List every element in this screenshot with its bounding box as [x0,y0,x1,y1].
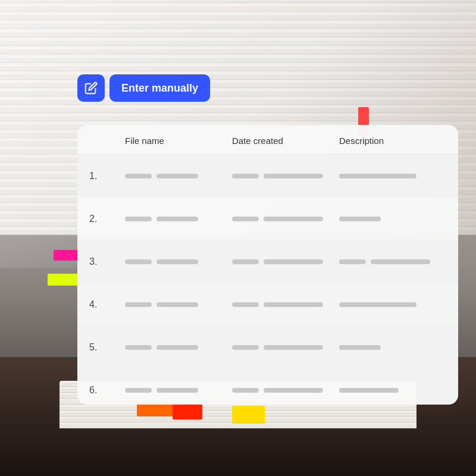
table-header: File name Date created Description [77,125,458,155]
row-number: 4. [89,299,125,310]
desc-cell [339,388,446,393]
placeholder-bar [156,302,198,307]
placeholder-bar [264,345,323,350]
table-row: 4. [77,283,458,326]
placeholder-bar [339,302,416,307]
toolbar: Enter manually [77,74,210,102]
table-row: 2. [77,198,458,240]
placeholder-bar [156,388,198,393]
placeholder-bar [125,388,152,393]
placeholder-bar [339,174,416,178]
desc-cell [339,259,446,264]
placeholder-bar [156,174,198,178]
tab-red-bottom [173,403,202,419]
edit-icon [84,82,98,95]
table-row: 6. [77,369,458,405]
row-number: 6. [89,385,125,396]
row-number: 2. [89,214,125,224]
placeholder-bar [232,174,259,178]
placeholder-bar [232,388,259,393]
date-cell [232,388,339,393]
date-cell [232,217,339,221]
col-description-header: Description [339,136,446,146]
table-panel: File name Date created Description 1. 2. [77,125,458,405]
row-number: 1. [89,171,125,181]
desc-cell [339,302,446,307]
placeholder-bar [125,174,152,178]
desc-cell [339,174,446,178]
table-row: 5. [77,326,458,369]
placeholder-bar [264,174,323,178]
filename-cell [125,388,232,393]
placeholder-bar [232,217,259,221]
placeholder-bar [264,302,323,307]
placeholder-bar [339,388,399,393]
placeholder-bar [156,217,198,221]
placeholder-bar [339,345,381,350]
date-cell [232,302,339,307]
tab-yellow [48,274,80,286]
placeholder-bar [232,302,259,307]
tab-yellow-bottom [232,406,265,424]
enter-manually-button[interactable]: Enter manually [109,74,210,102]
col-filename-header: File name [125,136,232,146]
filename-cell [125,259,232,264]
row-number: 5. [89,342,125,353]
date-cell [232,345,339,350]
placeholder-bar [125,345,152,350]
filename-cell [125,345,232,350]
placeholder-bar [232,345,259,350]
placeholder-bar [264,259,323,264]
placeholder-bar [264,388,323,393]
placeholder-bar [125,259,152,264]
placeholder-bar [125,217,152,221]
col-date-header: Date created [232,136,339,146]
date-cell [232,259,339,264]
placeholder-bar [339,259,366,264]
enter-manually-label: Enter manually [121,82,198,95]
placeholder-bar [232,259,259,264]
placeholder-bar [125,302,152,307]
date-cell [232,174,339,178]
row-number: 3. [89,256,125,267]
filename-cell [125,217,232,221]
placeholder-bar [339,217,381,221]
desc-cell [339,217,446,221]
filename-cell [125,302,232,307]
placeholder-bar [156,259,198,264]
placeholder-bar [371,259,430,264]
desc-cell [339,345,446,350]
placeholder-bar [156,345,198,350]
table-row: 3. [77,240,458,283]
filename-cell [125,174,232,178]
table-row: 1. [77,155,458,198]
col-num-header [89,136,125,146]
placeholder-bar [264,217,323,221]
edit-icon-button[interactable] [77,74,105,102]
